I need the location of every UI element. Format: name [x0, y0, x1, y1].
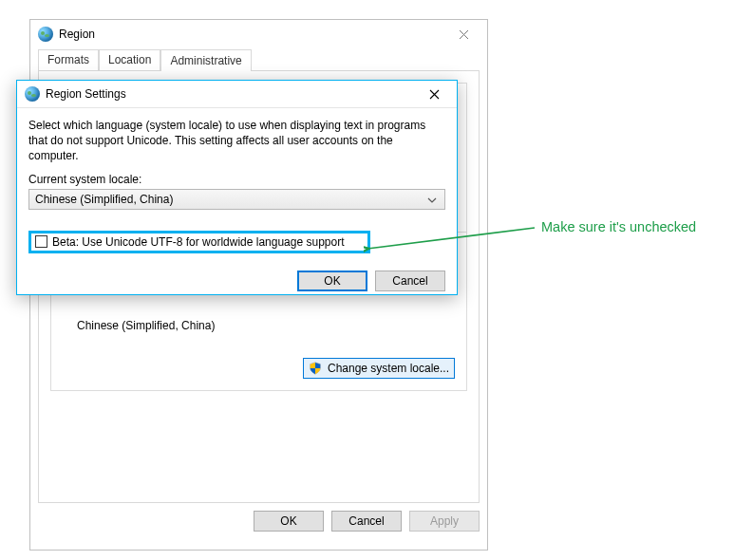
- tab-formats[interactable]: Formats: [38, 49, 99, 70]
- close-icon[interactable]: [415, 83, 453, 105]
- ok-button[interactable]: OK: [297, 271, 367, 291]
- system-locale-value: Chinese (Simplified, China): [35, 193, 173, 206]
- shield-icon: [309, 362, 322, 375]
- region-title: Region: [59, 28, 442, 41]
- beta-utf8-checkbox[interactable]: [35, 235, 47, 248]
- globe-icon: [38, 27, 53, 42]
- tab-administrative[interactable]: Administrative: [160, 49, 251, 71]
- change-system-locale-button[interactable]: Change system locale...: [303, 358, 455, 379]
- region-button-row: OK Cancel Apply: [30, 511, 487, 541]
- settings-description: Select which language (system locale) to…: [28, 118, 445, 164]
- apply-button: Apply: [409, 511, 480, 532]
- chevron-down-icon: [427, 193, 437, 206]
- system-locale-combobox[interactable]: Chinese (Simplified, China): [28, 189, 445, 210]
- region-settings-dialog: Region Settings Select which language (s…: [16, 80, 458, 295]
- locale-label: Current system locale:: [28, 173, 445, 186]
- close-icon[interactable]: [442, 21, 485, 47]
- beta-utf8-label: Beta: Use Unicode UTF-8 for worldwide la…: [52, 235, 345, 249]
- change-system-locale-label: Change system locale...: [328, 362, 449, 375]
- tabstrip: Formats Location Administrative: [38, 50, 480, 71]
- ok-button[interactable]: OK: [254, 511, 324, 532]
- globe-icon: [25, 86, 40, 102]
- current-locale-display: Chinese (Simplified, China): [77, 319, 455, 332]
- cancel-button[interactable]: Cancel: [331, 511, 402, 532]
- beta-utf8-highlight: Beta: Use Unicode UTF-8 for worldwide la…: [28, 231, 370, 253]
- settings-title: Region Settings: [46, 87, 415, 101]
- settings-body: Select which language (system locale) to…: [17, 108, 457, 263]
- tab-location[interactable]: Location: [99, 49, 160, 70]
- cancel-button[interactable]: Cancel: [375, 271, 445, 291]
- settings-button-row: OK Cancel: [17, 263, 457, 301]
- annotation-text: Make sure it's unchecked: [541, 219, 696, 234]
- settings-titlebar: Region Settings: [17, 81, 457, 108]
- region-titlebar: Region: [30, 20, 487, 48]
